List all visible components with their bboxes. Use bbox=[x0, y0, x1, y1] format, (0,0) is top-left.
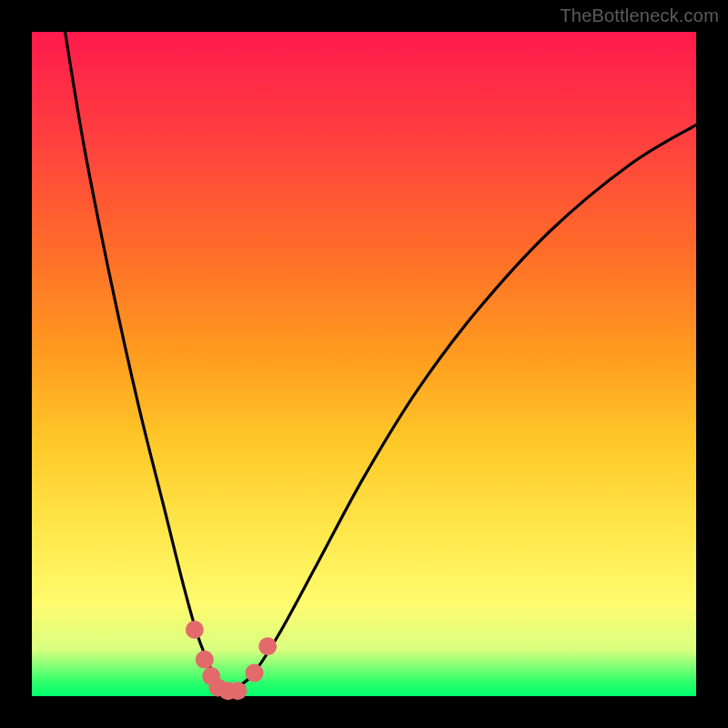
curve-marker bbox=[186, 621, 204, 639]
watermark-text: TheBottleneck.com bbox=[560, 5, 719, 26]
chart-svg bbox=[32, 32, 696, 696]
chart-frame: TheBottleneck.com bbox=[0, 0, 728, 728]
plot-area bbox=[32, 32, 696, 696]
curve-marker bbox=[246, 663, 264, 682]
curve-marker bbox=[228, 682, 247, 700]
bottleneck-curve bbox=[66, 32, 697, 691]
curve-marker bbox=[258, 637, 277, 655]
curve-marker bbox=[196, 651, 214, 669]
